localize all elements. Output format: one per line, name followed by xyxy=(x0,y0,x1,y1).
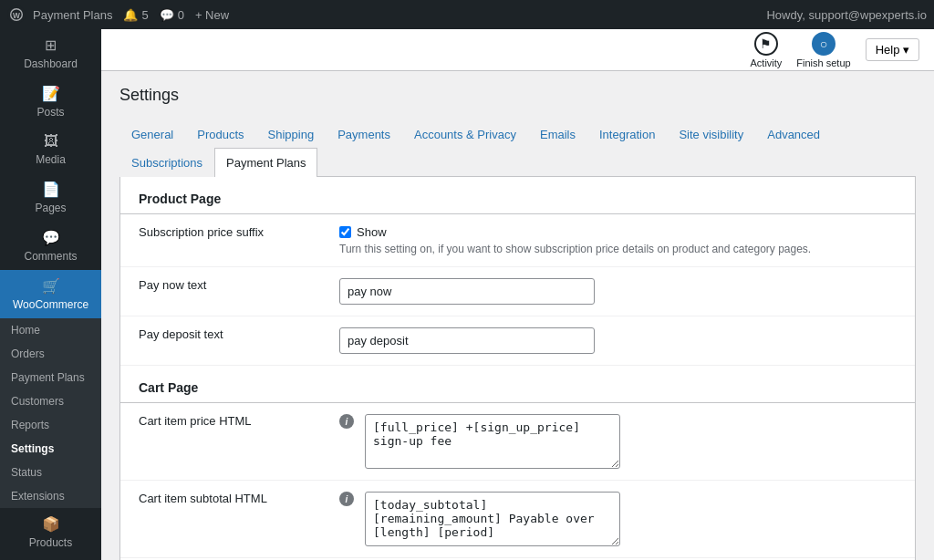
tab-payments[interactable]: Payments xyxy=(326,119,402,149)
activity-label: Activity xyxy=(750,57,782,68)
cart-item-subtotal-label: Cart item subtotal HTML xyxy=(139,492,267,505)
cart-item-price-label: Cart item price HTML xyxy=(139,414,252,428)
cart-item-price-textarea[interactable]: [full_price] +[sign_up_price] sign-up fe… xyxy=(365,414,620,469)
sidebar-item-label: Media xyxy=(36,153,66,166)
cart-item-subtotal-row: Cart item subtotal HTML i [today_subtota… xyxy=(120,481,915,558)
pay-now-text-row: Pay now text xyxy=(120,267,915,316)
admin-topbar: W Payment Plans 🔔 5 💬 0 + New Howdy, sup… xyxy=(0,0,934,29)
sidebar-item-analytics[interactable]: 📊 Analytics xyxy=(0,556,101,560)
woo-submenu: Home Orders Payment Plans Customers Repo… xyxy=(0,318,101,508)
help-button[interactable]: Help ▾ xyxy=(866,38,919,61)
tab-advanced[interactable]: Advanced xyxy=(755,119,832,149)
show-checkbox-row: Show xyxy=(339,225,897,239)
sidebar-item-label: Products xyxy=(29,536,72,549)
sidebar-item-comments[interactable]: 💬 Comments xyxy=(0,222,101,270)
tab-products[interactable]: Products xyxy=(185,119,255,149)
page-title: Settings xyxy=(119,86,916,105)
cart-page-section-title: Cart Page xyxy=(120,366,915,403)
subscription-price-suffix-label: Subscription price suffix xyxy=(139,225,264,239)
main-content: ⚑ Activity ○ Finish setup Help ▾ Setting… xyxy=(101,29,934,560)
cart-item-subtotal-textarea[interactable]: [today_subtotal] [remaining_amount] Paya… xyxy=(365,492,620,546)
tab-shipping[interactable]: Shipping xyxy=(256,119,327,149)
submenu-customers[interactable]: Customers xyxy=(0,389,101,413)
wp-logo[interactable]: W xyxy=(7,5,26,24)
show-description: Turn this setting on, if you want to sho… xyxy=(339,243,897,255)
pay-now-input[interactable] xyxy=(339,278,595,305)
pay-deposit-label: Pay deposit text xyxy=(139,327,223,341)
pay-deposit-text-row: Pay deposit text xyxy=(120,316,915,366)
sidebar-item-woocommerce[interactable]: 🛒 WooCommerce xyxy=(0,270,101,318)
sidebar-item-dashboard[interactable]: ⊞ Dashboard xyxy=(0,29,101,78)
pages-icon: 📄 xyxy=(42,181,60,198)
media-icon: 🖼 xyxy=(44,133,58,150)
site-name[interactable]: Payment Plans xyxy=(33,8,112,22)
submenu-home[interactable]: Home xyxy=(0,318,101,342)
finish-setup-icon: ○ xyxy=(812,32,835,56)
top-action-bar: ⚑ Activity ○ Finish setup Help ▾ xyxy=(101,29,934,71)
submenu-reports[interactable]: Reports xyxy=(0,413,101,437)
tab-site-visibility[interactable]: Site visibility xyxy=(667,119,755,149)
settings-tabs: General Products Shipping Payments Accou… xyxy=(119,119,916,177)
comments-icon: 💬 xyxy=(42,229,60,246)
settings-panel: Product Page Subscription price suffix S… xyxy=(119,177,916,560)
submenu-orders[interactable]: Orders xyxy=(0,342,101,366)
svg-text:W: W xyxy=(13,11,20,20)
posts-icon: 📝 xyxy=(42,85,60,102)
finish-setup-button[interactable]: ○ Finish setup xyxy=(796,32,850,68)
sidebar-item-label: Dashboard xyxy=(24,57,78,70)
topbar-items: 🔔 5 💬 0 + New xyxy=(123,8,229,22)
sidebar-item-posts[interactable]: 📝 Posts xyxy=(0,78,101,126)
tab-payment-plans[interactable]: Payment Plans xyxy=(214,148,317,177)
show-label[interactable]: Show xyxy=(357,225,387,239)
sidebar-item-label: WooCommerce xyxy=(13,298,88,311)
activity-icon: ⚑ xyxy=(754,32,778,56)
pay-deposit-input[interactable] xyxy=(339,327,595,354)
settings-content: Settings General Products Shipping Payme… xyxy=(101,71,934,560)
dashboard-icon: ⊞ xyxy=(45,36,57,54)
activity-button[interactable]: ⚑ Activity xyxy=(750,32,782,68)
woocommerce-icon: 🛒 xyxy=(42,277,60,295)
subscription-price-suffix-row: Subscription price suffix Show Turn this… xyxy=(120,214,915,267)
sidebar-item-pages[interactable]: 📄 Pages xyxy=(0,173,101,222)
cart-page-form: Cart item price HTML i [full_price] +[si… xyxy=(120,403,915,558)
topbar-comments[interactable]: 💬 0 xyxy=(160,8,184,22)
tab-general[interactable]: General xyxy=(119,119,185,149)
tab-subscriptions[interactable]: Subscriptions xyxy=(119,148,214,177)
sidebar: ⊞ Dashboard 📝 Posts 🖼 Media 📄 Pages 💬 Co… xyxy=(0,29,101,560)
finish-setup-label: Finish setup xyxy=(796,57,850,68)
products-icon: 📦 xyxy=(42,515,60,533)
submenu-settings[interactable]: Settings xyxy=(0,437,101,461)
tab-integration[interactable]: Integration xyxy=(587,119,667,149)
tab-emails[interactable]: Emails xyxy=(528,119,587,149)
product-page-section-title: Product Page xyxy=(120,177,915,214)
sidebar-item-products[interactable]: 📦 Products xyxy=(0,508,101,556)
sidebar-item-media[interactable]: 🖼 Media xyxy=(0,126,101,173)
submenu-extensions[interactable]: Extensions xyxy=(0,484,101,508)
topbar-howdy: Howdy, support@wpexperts.io xyxy=(766,8,927,22)
submenu-payment-plans[interactable]: Payment Plans xyxy=(0,366,101,389)
topbar-new[interactable]: + New xyxy=(195,8,229,22)
pay-now-label: Pay now text xyxy=(139,278,206,292)
show-checkbox[interactable] xyxy=(339,226,351,238)
sidebar-item-label: Pages xyxy=(35,202,66,214)
cart-item-price-row: Cart item price HTML i [full_price] +[si… xyxy=(120,403,915,481)
topbar-updates[interactable]: 🔔 5 xyxy=(123,8,148,22)
product-page-form: Subscription price suffix Show Turn this… xyxy=(120,214,915,366)
submenu-status[interactable]: Status xyxy=(0,461,101,484)
sidebar-item-label: Posts xyxy=(36,106,64,119)
cart-item-subtotal-help-icon[interactable]: i xyxy=(339,492,354,506)
sidebar-item-label: Comments xyxy=(24,250,77,263)
tab-accounts-privacy[interactable]: Accounts & Privacy xyxy=(402,119,528,149)
cart-item-price-help-icon[interactable]: i xyxy=(339,414,354,429)
